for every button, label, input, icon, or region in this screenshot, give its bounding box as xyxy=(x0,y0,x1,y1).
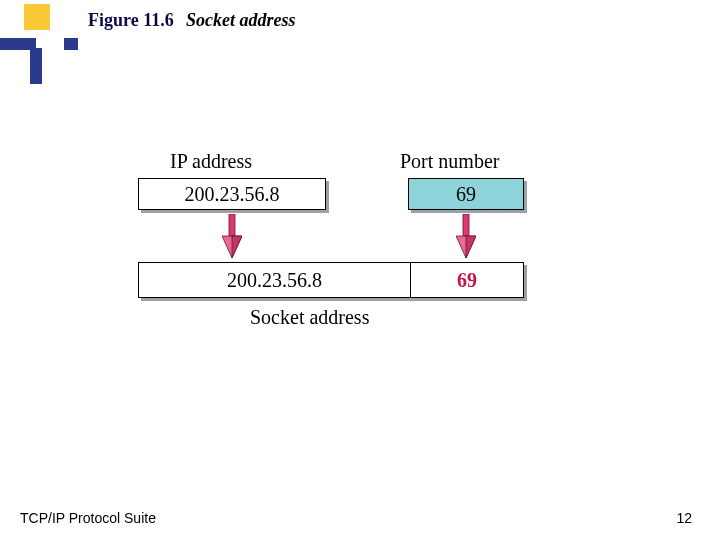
svg-rect-0 xyxy=(229,214,235,236)
svg-rect-3 xyxy=(463,214,469,236)
socket-address-label: Socket address xyxy=(250,306,369,329)
arrow-down-icon xyxy=(222,214,242,258)
footer-source: TCP/IP Protocol Suite xyxy=(20,510,156,526)
header-accent-square xyxy=(24,4,50,30)
arrow-down-icon xyxy=(456,214,476,258)
socket-address-port: 69 xyxy=(411,263,523,297)
svg-marker-5 xyxy=(466,236,476,258)
socket-address-diagram: IP address Port number 200.23.56.8 69 20… xyxy=(130,150,590,380)
figure-title: Socket address xyxy=(186,10,296,31)
header-accent-bar-vertical xyxy=(30,48,42,84)
port-number-box: 69 xyxy=(408,178,524,210)
svg-marker-2 xyxy=(232,236,242,258)
figure-number: Figure 11.6 xyxy=(88,10,174,31)
ip-address-box: 200.23.56.8 xyxy=(138,178,326,210)
socket-address-box: 200.23.56.8 69 xyxy=(138,262,524,298)
port-number-label: Port number xyxy=(400,150,499,173)
socket-address-ip: 200.23.56.8 xyxy=(139,263,411,297)
page-number: 12 xyxy=(676,510,692,526)
ip-address-label: IP address xyxy=(170,150,252,173)
